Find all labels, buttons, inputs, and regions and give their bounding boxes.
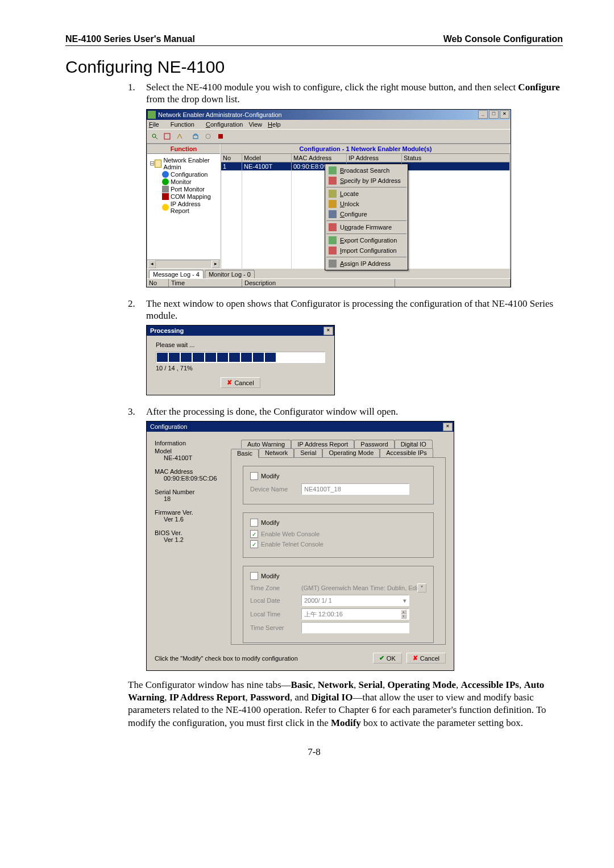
configure-icon bbox=[329, 210, 337, 218]
cancel-button[interactable]: ✘Cancel bbox=[406, 653, 446, 663]
ctx-broadcast-search[interactable]: Broadcast Search bbox=[326, 165, 406, 176]
modify-checkbox-2[interactable] bbox=[250, 519, 258, 527]
folder-icon bbox=[155, 160, 161, 168]
page-title: Configuring NE-4100 bbox=[65, 57, 563, 77]
admin-window: Network Enabler Administrator-Configurat… bbox=[146, 109, 511, 287]
close-icon[interactable]: × bbox=[500, 110, 509, 119]
tree-com-mapping[interactable]: COM Mapping bbox=[150, 193, 220, 200]
cancel-button[interactable]: ✘Cancel bbox=[221, 377, 260, 388]
mac-label: MAC Address bbox=[155, 468, 231, 475]
toolbar bbox=[147, 129, 511, 144]
com-icon bbox=[162, 193, 169, 200]
info-icon bbox=[162, 171, 169, 178]
time-spinner[interactable]: ▴▾ bbox=[401, 610, 406, 619]
tb-btn-6[interactable] bbox=[215, 131, 226, 142]
bios-label: BIOS Ver. bbox=[155, 529, 231, 536]
bulb-icon bbox=[162, 204, 169, 211]
import-icon bbox=[329, 247, 337, 254]
menu-configuration[interactable]: Configuration bbox=[206, 121, 243, 128]
menu-help[interactable]: Help bbox=[268, 121, 281, 128]
time-server-input[interactable] bbox=[301, 622, 409, 633]
tab-message-log[interactable]: Message Log - 4 bbox=[149, 270, 204, 278]
tab-digital-io[interactable]: Digital IO bbox=[395, 440, 433, 448]
monitor-icon bbox=[162, 178, 169, 185]
svg-line-1 bbox=[155, 137, 157, 139]
step-2-num: 2. bbox=[128, 298, 146, 322]
tb-btn-4[interactable] bbox=[190, 131, 201, 142]
ctx-configure[interactable]: Configure bbox=[326, 209, 406, 219]
maximize-icon[interactable]: □ bbox=[489, 110, 499, 119]
tree-scrollbar[interactable]: ◂ ▸ bbox=[147, 260, 220, 268]
timezone-select[interactable]: (GMT) Greenwich Mean Time: Dublin, Edinb… bbox=[301, 583, 426, 592]
progress-bar bbox=[156, 352, 325, 363]
step-2-text: The next window to open shows that Confi… bbox=[146, 298, 563, 322]
menu-view[interactable]: View bbox=[248, 121, 262, 128]
enable-telnet-checkbox[interactable]: ✓ bbox=[250, 540, 258, 548]
tb-btn-2[interactable] bbox=[161, 131, 173, 142]
tab-operating-mode[interactable]: Operating Mode bbox=[322, 448, 380, 457]
ctx-specify-ip[interactable]: Specify by IP Address bbox=[326, 176, 406, 186]
close-icon[interactable]: × bbox=[443, 423, 453, 431]
tree-monitor[interactable]: Monitor bbox=[150, 178, 220, 185]
local-time-input[interactable]: 上午 12:00:16▴▾ bbox=[301, 608, 409, 620]
col-no[interactable]: No bbox=[221, 154, 242, 162]
tab-ip-address-report[interactable]: IP Address Report bbox=[291, 440, 354, 448]
col-status[interactable]: Status bbox=[402, 154, 510, 162]
menu-file[interactable]: File bbox=[149, 121, 165, 128]
local-date-input[interactable]: 2000/ 1/ 1▾ bbox=[301, 595, 409, 606]
minimize-icon[interactable]: _ bbox=[478, 110, 488, 119]
tab-network[interactable]: Network bbox=[259, 448, 294, 457]
tree-ip-report[interactable]: IP Address Report bbox=[150, 201, 220, 214]
tab-password[interactable]: Password bbox=[354, 440, 394, 448]
close-icon[interactable]: × bbox=[323, 327, 333, 335]
processing-dialog: Processing × Please wait ... 10 / 14 , 7… bbox=[146, 325, 335, 395]
info-header: Information bbox=[155, 440, 231, 446]
upgrade-icon bbox=[329, 223, 337, 231]
col-model[interactable]: Model bbox=[242, 154, 292, 162]
scroll-left-icon[interactable]: ◂ bbox=[148, 260, 156, 268]
ctx-upgrade-firmware[interactable]: Upgrade Firmware bbox=[326, 222, 406, 232]
msgcol-desc: Description bbox=[242, 279, 395, 287]
enable-web-checkbox[interactable]: ✓ bbox=[250, 530, 258, 538]
chevron-down-icon: ▾ bbox=[417, 583, 426, 592]
local-date-label: Local Date bbox=[250, 597, 301, 604]
ctx-assign-ip[interactable]: Assign IP Address bbox=[326, 258, 406, 269]
tb-btn-3[interactable] bbox=[174, 131, 185, 142]
step-3-num: 3. bbox=[128, 406, 146, 418]
modify-checkbox-1[interactable] bbox=[250, 472, 258, 480]
col-ip[interactable]: IP Address bbox=[347, 154, 402, 162]
svg-rect-3 bbox=[193, 135, 198, 139]
ctx-export-config[interactable]: Export Configuration bbox=[326, 235, 406, 245]
ctx-unlock[interactable]: Unlock bbox=[326, 199, 406, 209]
modify-checkbox-3[interactable] bbox=[250, 572, 258, 580]
tab-serial[interactable]: Serial bbox=[294, 448, 322, 457]
cancel-icon: ✘ bbox=[413, 654, 418, 662]
processing-title: Processing bbox=[148, 327, 323, 334]
tab-accessible-ips[interactable]: Accessible IPs bbox=[380, 448, 433, 457]
group-device-name: Modify Device NameNE4100T_18 bbox=[243, 466, 434, 504]
tab-auto-warning[interactable]: Auto Warning bbox=[241, 440, 291, 448]
ok-button[interactable]: ✔OK bbox=[373, 653, 402, 663]
tab-basic[interactable]: Basic bbox=[231, 449, 259, 458]
context-menu: Broadcast Search Specify by IP Address L… bbox=[325, 164, 408, 270]
scroll-right-icon[interactable]: ▸ bbox=[211, 260, 219, 268]
col-mac[interactable]: MAC Address bbox=[292, 154, 347, 162]
menu-function[interactable]: Function bbox=[171, 121, 200, 128]
time-server-label: Time Server bbox=[250, 624, 301, 631]
configuration-window: Configuration × Information Model NE-410… bbox=[146, 421, 454, 671]
tree-port-monitor[interactable]: Port Monitor bbox=[150, 186, 220, 193]
tab-monitor-log[interactable]: Monitor Log - 0 bbox=[205, 270, 255, 278]
tree-configuration[interactable]: Configuration bbox=[150, 171, 220, 178]
config-header: Configuration - 1 Network Enabler Module… bbox=[221, 144, 510, 154]
tb-btn-5[interactable] bbox=[202, 131, 214, 142]
step-1-text: Select the NE-4100 module you wish to co… bbox=[146, 81, 563, 106]
ctx-locate[interactable]: Locate bbox=[326, 189, 406, 199]
svg-rect-5 bbox=[218, 134, 223, 139]
ctx-import-config[interactable]: Import Configuration bbox=[326, 245, 406, 256]
tree-root[interactable]: ⊟ Network Enabler Admin bbox=[150, 157, 220, 170]
function-header: Function bbox=[147, 144, 220, 154]
device-name-input[interactable]: NE4100T_18 bbox=[301, 483, 409, 495]
step-3-text: After the processing is done, the Config… bbox=[146, 406, 563, 418]
tb-btn-1[interactable] bbox=[149, 131, 160, 142]
group-console: Modify ✓Enable Web Console ✓Enable Telne… bbox=[243, 512, 434, 558]
